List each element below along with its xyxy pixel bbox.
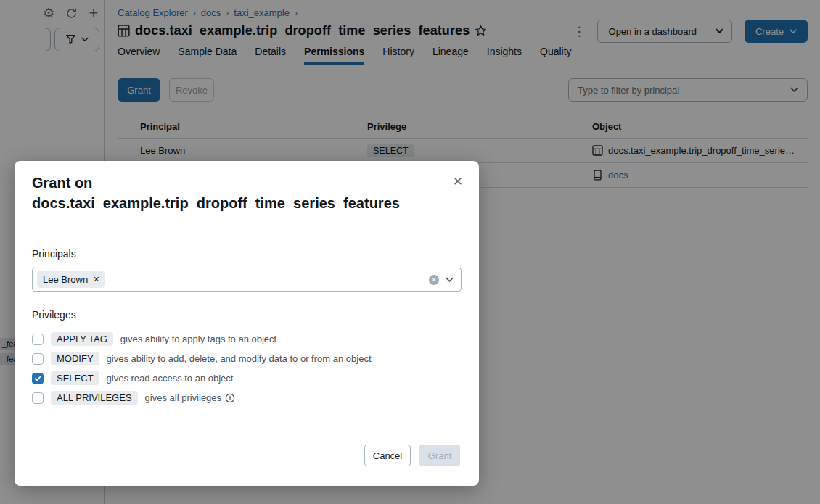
cancel-button[interactable]: Cancel bbox=[364, 445, 411, 466]
privilege-row-apply-tag: APPLY TAG gives ability to apply tags to… bbox=[32, 331, 276, 347]
privilege-name-badge: APPLY TAG bbox=[51, 332, 113, 346]
close-icon[interactable]: ✕ bbox=[453, 175, 463, 188]
privilege-description: gives all privileges bbox=[145, 392, 222, 403]
all-privileges-checkbox[interactable] bbox=[32, 392, 44, 404]
privilege-name-badge: SELECT bbox=[51, 371, 99, 385]
grant-submit-button[interactable]: Grant bbox=[419, 445, 460, 466]
privilege-row-modify: MODIFY gives ability to add, delete, and… bbox=[32, 351, 372, 366]
privilege-row-select: SELECT gives read access to an object bbox=[32, 371, 233, 386]
principal-chip-label: Lee Brown bbox=[43, 274, 88, 285]
chevron-down-icon[interactable] bbox=[446, 277, 454, 283]
privilege-description: gives read access to an object bbox=[107, 373, 234, 384]
catalog-explorer-app: ⚙ + _fea _fea Catalog Explorer › bbox=[0, 0, 820, 504]
clear-all-icon[interactable]: ✕ bbox=[429, 275, 439, 285]
privilege-description: gives ability to add, delete, and modify… bbox=[107, 353, 372, 364]
privilege-description: gives ability to apply tags to an object bbox=[120, 334, 276, 344]
principals-label: Principals bbox=[32, 248, 76, 260]
privilege-row-all-privileges: ALL PRIVILEGES gives all privileges bbox=[32, 390, 235, 405]
modify-checkbox[interactable] bbox=[32, 353, 44, 365]
principals-input[interactable]: Lee Brown ✕ ✕ bbox=[32, 268, 462, 292]
apply-tag-checkbox[interactable] bbox=[32, 334, 44, 345]
info-icon[interactable] bbox=[225, 393, 235, 403]
modal-title: Grant on docs.taxi_example.trip_dropoff_… bbox=[32, 173, 438, 213]
privileges-label: Privileges bbox=[32, 309, 76, 321]
privilege-name-badge: MODIFY bbox=[51, 352, 99, 365]
principal-chip: Lee Brown ✕ bbox=[37, 271, 105, 288]
privilege-name-badge: ALL PRIVILEGES bbox=[51, 391, 138, 405]
remove-principal-icon[interactable]: ✕ bbox=[93, 275, 99, 284]
select-checkbox[interactable] bbox=[32, 373, 44, 384]
grant-modal: Grant on docs.taxi_example.trip_dropoff_… bbox=[15, 161, 479, 486]
